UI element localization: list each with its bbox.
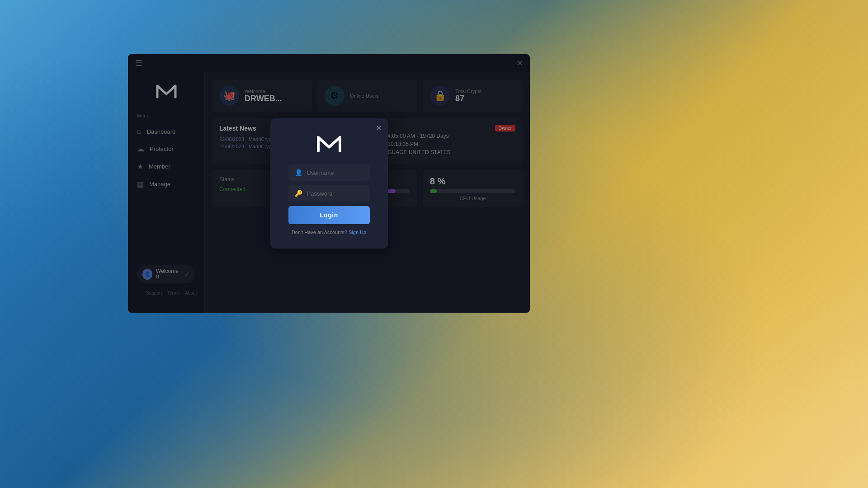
login-modal: ✕ 👤 🔑 Login Don't Have an Accounts? Sign…: [270, 118, 388, 249]
password-input[interactable]: [307, 190, 383, 197]
modal-logo-icon: [316, 132, 343, 154]
username-input[interactable]: [307, 169, 383, 176]
signup-text: Don't Have an Accounts?: [292, 230, 347, 235]
lock-input-icon: 🔑: [295, 190, 302, 197]
modal-logo: [288, 132, 370, 154]
signup-link-wrap: Don't Have an Accounts? Sign Up: [288, 230, 370, 235]
app-window: ☰ ✕ Menu ⌂ Dashboard ☁ Protector ★ M: [128, 54, 530, 313]
modal-close-button[interactable]: ✕: [376, 124, 382, 132]
password-input-wrap: 🔑: [288, 185, 370, 202]
user-input-icon: 👤: [295, 169, 302, 176]
signup-link[interactable]: Sign Up: [349, 230, 366, 235]
username-input-wrap: 👤: [288, 164, 370, 181]
modal-overlay: ✕ 👤 🔑 Login Don't Have an Accounts? Sign…: [128, 54, 530, 313]
login-button[interactable]: Login: [288, 206, 370, 224]
